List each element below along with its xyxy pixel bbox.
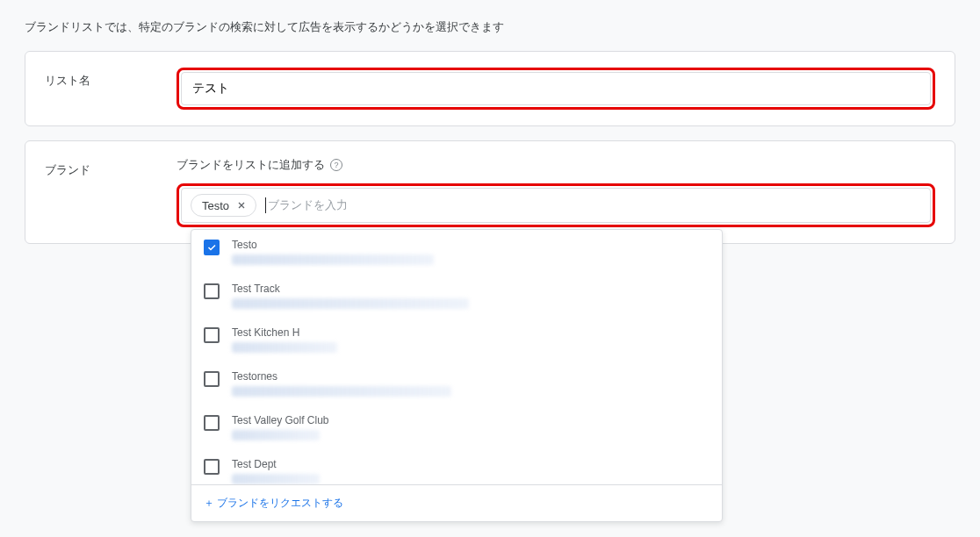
brand-option-title: Test Dept: [232, 458, 710, 470]
list-name-highlight: [177, 68, 935, 110]
brand-option-subtext: [232, 474, 320, 484]
dropdown-scroll-area[interactable]: TestoTest TrackTest Kitchen HTestornesTe…: [191, 230, 722, 484]
brand-option-subtext: [232, 298, 469, 309]
brand-option-subtext: [232, 342, 337, 353]
brand-label: ブランド: [45, 157, 177, 227]
brand-option[interactable]: Test Valley Golf Club: [191, 405, 722, 449]
page-description: ブランドリストでは、特定のブランドの検索に対して広告を表示するかどうかを選択でき…: [0, 0, 980, 51]
checkbox-icon[interactable]: [204, 459, 220, 475]
brand-suggestions-dropdown: TestoTest TrackTest Kitchen HTestornesTe…: [191, 229, 723, 522]
brand-option[interactable]: Testo: [191, 230, 722, 274]
help-icon[interactable]: ?: [330, 159, 342, 171]
brand-option-title: Test Track: [232, 283, 710, 295]
brand-option-title: Testornes: [232, 370, 710, 383]
brand-chip-label: Testo: [202, 199, 229, 212]
brand-option-subtext: [232, 254, 434, 265]
list-name-card: リスト名: [25, 51, 955, 126]
checkbox-checked-icon[interactable]: [204, 240, 220, 255]
brand-option-title: Test Valley Golf Club: [232, 414, 710, 426]
list-name-input[interactable]: [181, 72, 931, 105]
brand-chip: Testo: [191, 194, 256, 217]
brand-option-title: Testo: [232, 239, 710, 251]
request-brand-link[interactable]: ＋ ブランドをリクエストする: [204, 496, 343, 511]
checkbox-icon[interactable]: [204, 327, 220, 343]
checkbox-icon[interactable]: [204, 371, 220, 387]
brand-option[interactable]: Test Kitchen H: [191, 318, 722, 362]
brand-option[interactable]: Testornes: [191, 362, 722, 405]
brand-subtitle: ブランドをリストに追加する: [177, 157, 325, 173]
checkbox-icon[interactable]: [204, 415, 220, 431]
list-name-label: リスト名: [45, 68, 177, 110]
brand-token-input[interactable]: Testo ブランドを入力: [181, 188, 931, 223]
brand-option[interactable]: Test Dept: [191, 449, 722, 484]
brand-option-title: Test Kitchen H: [232, 326, 710, 339]
brand-option[interactable]: Test Track: [191, 274, 722, 318]
checkbox-icon[interactable]: [204, 283, 220, 299]
brand-option-subtext: [232, 386, 451, 397]
brand-option-subtext: [232, 430, 320, 440]
brand-input-highlight: Testo ブランドを入力: [177, 183, 935, 227]
chip-remove-icon[interactable]: [234, 198, 249, 212]
brand-card: ブランド ブランドをリストに追加する ? Testo ブランドを入力: [25, 140, 955, 244]
brand-input-placeholder: ブランドを入力: [268, 197, 348, 213]
brand-subtitle-row: ブランドをリストに追加する ?: [177, 157, 935, 173]
